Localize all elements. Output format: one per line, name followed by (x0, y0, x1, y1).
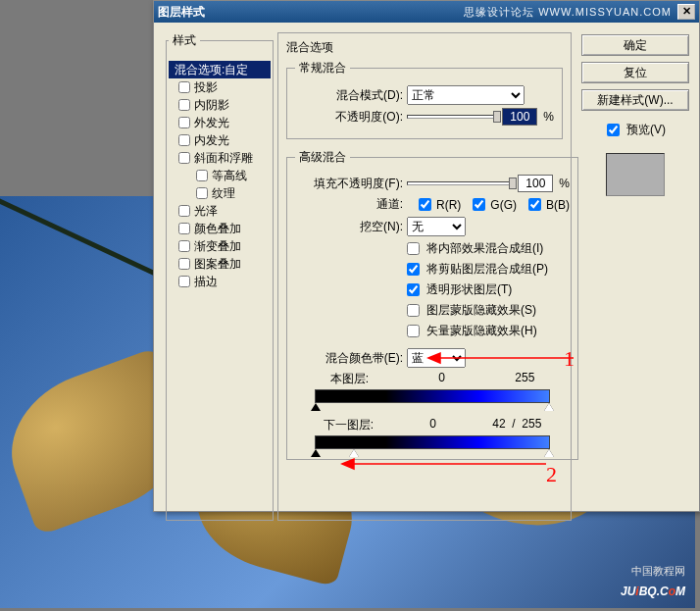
style-item-contour[interactable]: 等高线 (169, 167, 271, 184)
style-item-outer-glow[interactable]: 外发光 (169, 114, 271, 131)
close-button[interactable]: ✕ (677, 4, 695, 20)
new-style-button[interactable]: 新建样式(W)... (581, 89, 689, 111)
checkbox[interactable] (473, 198, 485, 211)
opacity-label: 不透明度(O): (295, 109, 403, 126)
checkbox[interactable] (178, 134, 190, 146)
blending-options-panel: 混合选项 常规混合 混合模式(D): 正常 不透明度(O): % 高级混合 (277, 32, 572, 521)
fill-opacity-slider[interactable] (407, 181, 514, 185)
style-item-drop-shadow[interactable]: 投影 (169, 78, 271, 96)
opacity-input[interactable] (502, 108, 537, 126)
checkbox[interactable] (178, 205, 190, 217)
style-item-label: 光泽 (194, 203, 218, 220)
style-item-stroke[interactable]: 描边 (169, 273, 271, 290)
styles-legend: 样式 (169, 32, 200, 49)
channel-b[interactable]: B(B) (525, 195, 570, 214)
chk-label: 透明形状图层(T) (426, 281, 512, 298)
reset-button[interactable]: 复位 (581, 62, 689, 83)
this-layer-low: 0 (438, 371, 445, 387)
section-title: 混合选项 (286, 39, 563, 56)
checkbox[interactable] (178, 223, 190, 234)
styles-list: 混合选项:自定 投影 内阴影 外发光 内发光 斜面和浮雕 等高线 纹理 光泽 颜… (169, 61, 271, 290)
ok-button[interactable]: 确定 (581, 34, 689, 56)
annotation-number-1: 1 (564, 346, 575, 372)
slider-white-high[interactable] (544, 449, 554, 457)
checkbox[interactable] (178, 117, 190, 128)
checkbox[interactable] (178, 152, 190, 164)
style-item-label: 斜面和浮雕 (194, 150, 253, 167)
style-item-label: 内发光 (194, 132, 229, 149)
style-item-label: 图案叠加 (194, 256, 241, 273)
checkbox[interactable] (178, 99, 190, 111)
chk-transparency-shapes[interactable] (407, 283, 420, 296)
percent-unit: % (543, 110, 554, 124)
blend-mode-label: 混合模式(D): (295, 87, 403, 104)
knockout-select[interactable]: 无 (407, 217, 466, 236)
underlying-layer-label: 下一图层: (324, 417, 374, 433)
style-item-label: 纹理 (212, 185, 235, 202)
chk-clipped-layers[interactable] (407, 263, 420, 276)
this-layer-label: 本图层: (330, 371, 369, 387)
titlebar[interactable]: 图层样式 思缘设计论坛 WWW.MISSYUAN.COM ✕ (154, 1, 699, 23)
checkbox[interactable] (178, 258, 190, 270)
dialog-buttons: 确定 复位 新建样式(W)... 预览(V) (581, 34, 689, 196)
style-item-gradient-overlay[interactable]: 渐变叠加 (169, 237, 271, 255)
channel-g[interactable]: G(G) (469, 195, 517, 214)
this-layer-high: 255 (515, 371, 534, 387)
fill-opacity-input[interactable] (518, 175, 553, 192)
blend-if-label: 混合颜色带(E): (295, 350, 403, 367)
style-item-label: 颜色叠加 (194, 221, 241, 237)
checkbox[interactable] (196, 170, 208, 181)
knockout-label: 挖空(N): (295, 219, 403, 235)
underlying-split: 42 (492, 417, 505, 431)
style-item-label: 渐变叠加 (194, 238, 241, 255)
fill-opacity-label: 填充不透明度(F): (295, 176, 403, 192)
annotation-number-2: 2 (546, 462, 557, 487)
this-layer-gradient[interactable] (315, 389, 550, 403)
juibq-watermark: JUiBQ.CoM (621, 578, 685, 600)
chk-interior-effects[interactable] (407, 242, 420, 255)
slider-thumb[interactable] (493, 111, 501, 123)
layer-style-dialog: 图层样式 思缘设计论坛 WWW.MISSYUAN.COM ✕ 样式 混合选项:自… (153, 0, 700, 512)
style-item-label: 投影 (194, 79, 218, 96)
slider-white-split[interactable] (349, 449, 359, 457)
style-item-blending-options[interactable]: 混合选项:自定 (169, 61, 271, 78)
blend-if-section: 本图层: 0 255 下一图层: 0 42 / 255 (295, 371, 570, 449)
chk-vector-mask-hides[interactable] (407, 325, 420, 337)
slider-black-low[interactable] (311, 403, 321, 411)
advanced-legend: 高级混合 (295, 149, 350, 166)
checkbox[interactable] (178, 81, 190, 93)
style-item-texture[interactable]: 纹理 (169, 184, 271, 202)
style-item-pattern-overlay[interactable]: 图案叠加 (169, 255, 271, 273)
blend-mode-select[interactable]: 正常 (407, 85, 525, 105)
preview-checkbox[interactable] (607, 124, 620, 136)
slider-thumb[interactable] (509, 178, 517, 189)
underlying-layer-gradient[interactable] (315, 435, 550, 449)
slider-black-low[interactable] (311, 449, 321, 457)
checkbox[interactable] (196, 187, 208, 199)
style-item-label: 等高线 (212, 168, 247, 184)
style-item-label: 描边 (194, 274, 218, 290)
preview-label: 预览(V) (626, 122, 666, 138)
underlying-high: 255 (522, 417, 541, 431)
preview-checkbox-row[interactable]: 预览(V) (603, 121, 689, 139)
checkbox[interactable] (528, 198, 541, 211)
chk-layer-mask-hides[interactable] (407, 304, 420, 317)
underlying-low: 0 (429, 417, 436, 433)
advanced-blending-group: 高级混合 填充不透明度(F): % 通道: R(R) G(G) B(B) (286, 149, 578, 460)
style-item-inner-glow[interactable]: 内发光 (169, 131, 271, 149)
percent-unit: % (559, 177, 570, 190)
blend-if-select[interactable]: 蓝 (407, 348, 466, 368)
checkbox[interactable] (178, 240, 190, 252)
style-item-color-overlay[interactable]: 颜色叠加 (169, 220, 271, 237)
channels-label: 通道: (295, 196, 403, 213)
checkbox[interactable] (419, 198, 431, 211)
style-item-satin[interactable]: 光泽 (169, 202, 271, 220)
style-item-inner-shadow[interactable]: 内阴影 (169, 96, 271, 114)
style-item-label: 内阴影 (194, 97, 229, 114)
opacity-slider[interactable] (407, 115, 498, 119)
style-item-bevel-emboss[interactable]: 斜面和浮雕 (169, 149, 271, 167)
slider-white-high[interactable] (544, 403, 554, 411)
chk-label: 图层蒙版隐藏效果(S) (426, 302, 536, 319)
channel-r[interactable]: R(R) (415, 195, 461, 214)
checkbox[interactable] (178, 276, 190, 287)
